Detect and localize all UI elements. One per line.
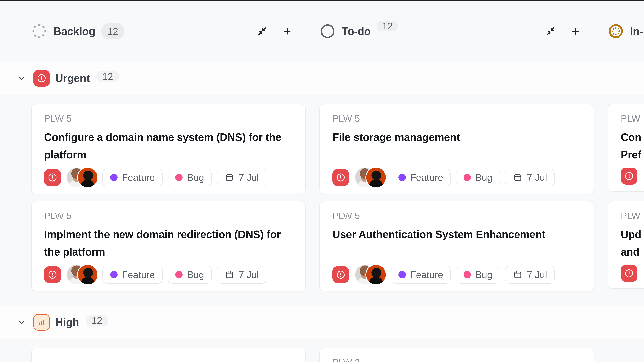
urgent-priority-icon [332, 169, 349, 186]
label-badge-feature: Feature [102, 169, 162, 186]
assignee-avatars [355, 265, 386, 284]
urgent-priority-icon [44, 169, 61, 186]
window-top-edge [0, 0, 644, 1]
column-title: Backlog [53, 25, 95, 37]
avatar [366, 168, 386, 187]
swimlane-urgent: Urgent 12 [0, 61, 644, 95]
dashed-circle-icon [31, 23, 47, 39]
column-title: In- [630, 25, 643, 37]
purple-dot-icon [110, 271, 118, 278]
calendar-icon [513, 270, 522, 280]
card-badges [621, 168, 644, 185]
task-card[interactable]: PLW 1 [31, 348, 306, 362]
column-header-todo: To-do 12 [320, 20, 594, 42]
column-title: To-do [342, 25, 371, 37]
task-card[interactable]: PLW Con Pref [608, 104, 644, 192]
chevron-down-icon[interactable] [16, 73, 27, 84]
avatar [78, 265, 98, 284]
card-badges: Feature Bug 7 Jul [44, 168, 293, 187]
label-badge-bug: Bug [456, 169, 500, 186]
swimlane-title: Urgent [55, 72, 90, 84]
card-id: PLW 5 [332, 210, 581, 221]
pink-dot-icon [175, 271, 183, 278]
due-date-badge: 7 Jul [505, 169, 555, 186]
assignee-avatars [355, 168, 386, 187]
swimlane-count-badge: 12 [86, 315, 108, 327]
label-badge-feature: Feature [391, 266, 451, 284]
due-date-text: 7 Jul [239, 172, 259, 183]
card-id: PLW [621, 210, 644, 221]
urgent-priority-icon [332, 266, 349, 283]
calendar-icon [513, 173, 522, 182]
add-issue-icon[interactable] [282, 26, 292, 36]
card-title: User Authentication System Enhancement [332, 226, 581, 261]
urgent-priority-icon [621, 168, 638, 185]
card-badges: Feature Bug 7 Jul [332, 265, 581, 284]
label-text: Bug [475, 269, 492, 280]
due-date-text: 7 Jul [527, 269, 547, 280]
label-text: Feature [122, 172, 155, 183]
bar-chart-icon [33, 314, 50, 331]
card-id: PLW [621, 113, 644, 124]
urgent-priority-icon [621, 265, 638, 282]
pink-dot-icon [464, 174, 471, 181]
task-card[interactable]: PLW 5 File storage management Feature Bu… [320, 104, 594, 194]
swimlane-count-badge: 12 [96, 71, 119, 82]
column-header-backlog: Backlog 12 [31, 20, 306, 42]
label-text: Bug [187, 172, 204, 183]
assignee-avatars [67, 168, 98, 187]
purple-dot-icon [110, 174, 118, 181]
label-text: Bug [187, 269, 204, 280]
purple-dot-icon [398, 271, 406, 278]
card-id: PLW 5 [44, 210, 293, 221]
calendar-icon [224, 270, 234, 280]
label-text: Bug [475, 172, 492, 183]
label-badge-bug: Bug [168, 169, 212, 186]
swimlane-high: High 12 [0, 306, 644, 339]
card-badges [621, 265, 644, 282]
due-date-text: 7 Jul [527, 172, 547, 183]
column-count-badge: 12 [377, 21, 398, 31]
card-id: PLW 2 [332, 357, 581, 362]
card-title: Configure a domain name system (DNS) for… [44, 129, 293, 163]
card-title: File storage management [332, 129, 581, 163]
calendar-icon [224, 173, 234, 182]
in-progress-ring-icon [608, 23, 624, 39]
circle-icon [320, 23, 336, 39]
card-title-line: and [621, 243, 644, 261]
card-title-line: Upd [621, 226, 644, 243]
card-id: PLW 5 [44, 113, 293, 124]
task-card[interactable]: PLW 5 User Authentication System Enhance… [320, 201, 594, 292]
avatar [366, 265, 386, 284]
label-text: Feature [122, 269, 155, 280]
card-title-line: Con [621, 129, 644, 146]
urgent-priority-icon [44, 266, 61, 283]
card-id: PLW 5 [332, 113, 581, 124]
pink-dot-icon [464, 271, 471, 278]
task-card[interactable]: PLW 5 Implment the new domain redirectio… [31, 201, 306, 292]
card-title: Upd and [621, 226, 644, 261]
task-card[interactable]: PLW 5 Configure a domain name system (DN… [31, 104, 306, 194]
card-title-line: Pref [621, 146, 644, 163]
chevron-down-icon[interactable] [16, 317, 27, 328]
collapse-column-icon[interactable] [257, 26, 267, 36]
due-date-text: 7 Jul [239, 269, 259, 280]
card-badges: Feature Bug 7 Jul [44, 265, 293, 284]
column-header-in-progress: In- [608, 20, 644, 42]
kanban-board: Backlog 12 To-do 12 [0, 0, 644, 362]
label-badge-bug: Bug [456, 266, 500, 284]
label-text: Feature [410, 269, 443, 280]
label-badge-feature: Feature [391, 169, 451, 186]
label-badge-feature: Feature [102, 266, 162, 284]
assignee-avatars [67, 265, 98, 284]
task-card[interactable]: PLW Upd and [608, 201, 644, 289]
purple-dot-icon [398, 174, 406, 181]
due-date-badge: 7 Jul [505, 266, 555, 284]
task-card[interactable]: PLW 2 [320, 348, 594, 362]
collapse-column-icon[interactable] [546, 26, 556, 36]
swimlane-title: High [55, 316, 79, 329]
urgent-alert-icon [33, 70, 50, 87]
add-issue-icon[interactable] [570, 26, 580, 36]
due-date-badge: 7 Jul [217, 266, 266, 284]
label-badge-bug: Bug [168, 266, 212, 284]
